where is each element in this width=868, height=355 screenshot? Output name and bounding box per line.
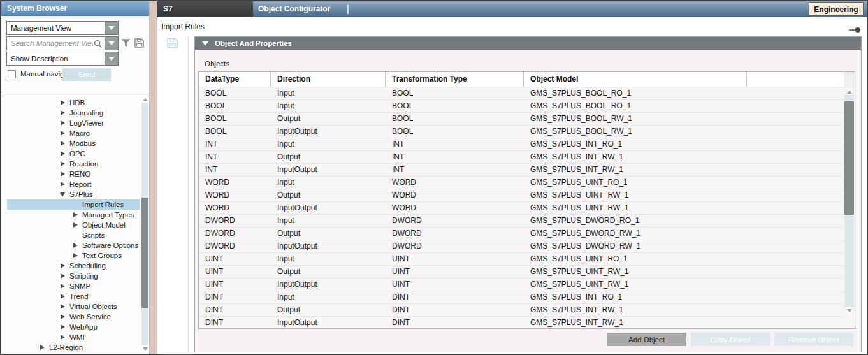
add-object-button[interactable]: Add Object <box>607 333 686 346</box>
scroll-down-icon[interactable] <box>141 345 148 352</box>
table-scrollbar-thumb[interactable] <box>844 101 854 215</box>
collapsed-icon[interactable] <box>72 252 80 259</box>
view-selector-dropdown[interactable]: Management View <box>6 21 119 35</box>
table-row[interactable]: DINTInputOutputDINTGMS_S7PLUS_INT_RW_1 <box>199 317 844 328</box>
tab-s7[interactable]: S7 <box>157 1 253 17</box>
collapsed-icon[interactable] <box>59 313 67 321</box>
table-row[interactable]: WORDInputOutputWORDGMS_S7PLUS_UINT_RW_1 <box>199 202 844 215</box>
table-scrollbar-track[interactable] <box>844 95 854 307</box>
table-row[interactable]: BOOLInputBOOLGMS_S7PLUS_BOOL_RO_1 <box>199 87 844 100</box>
search-box[interactable] <box>6 36 119 50</box>
save-icon[interactable] <box>166 37 178 49</box>
collapsed-icon[interactable] <box>59 150 67 157</box>
tree-item-trend[interactable]: Trend <box>7 291 140 301</box>
tree-item-text-groups[interactable]: Text Groups <box>7 250 140 261</box>
table-row[interactable]: DINTInputDINTGMS_S7PLUS_INT_RO_1 <box>199 291 844 304</box>
collapsed-icon[interactable] <box>59 180 67 188</box>
table-row[interactable]: UINTInputOutputUINTGMS_S7PLUS_UINT_RW_1 <box>199 279 844 291</box>
table-row[interactable]: INTInputINTGMS_S7PLUS_INT_RO_1 <box>199 138 844 151</box>
send-button[interactable]: Send <box>62 68 111 81</box>
collapsed-icon[interactable] <box>59 293 67 300</box>
tree-item-scripts[interactable]: Scripts <box>7 230 140 240</box>
table-row[interactable]: INTInputOutputINTGMS_S7PLUS_INT_RW_1 <box>199 164 844 177</box>
tree-item-logviewer[interactable]: LogViewer <box>7 118 140 128</box>
table-scrollbar[interactable] <box>844 89 854 314</box>
collapse-group-icon[interactable] <box>202 41 208 46</box>
manual-navigation-checkbox[interactable] <box>8 70 16 78</box>
scroll-down-icon[interactable] <box>844 307 854 314</box>
collapsed-icon[interactable] <box>39 344 47 351</box>
scroll-up-icon[interactable] <box>141 96 148 103</box>
collapsed-icon[interactable] <box>72 211 80 219</box>
table-row[interactable]: UINTOutputUINTGMS_S7PLUS_UINT_RW_1 <box>199 266 844 279</box>
engineering-mode-button[interactable]: Engineering <box>809 2 864 16</box>
collapsed-icon[interactable] <box>59 129 67 137</box>
tree-item-macro[interactable]: Macro <box>7 128 140 138</box>
table-row[interactable]: DINTOutputDINTGMS_S7PLUS_INT_RW_1 <box>199 304 844 317</box>
table-row[interactable]: INTOutputINTGMS_S7PLUS_INT_RW_1 <box>199 151 844 164</box>
expanded-icon[interactable] <box>59 191 67 198</box>
collapsed-icon[interactable] <box>72 221 80 229</box>
table-row[interactable]: BOOLOutputBOOLGMS_S7PLUS_BOOL_RW_1 <box>199 113 844 126</box>
collapsed-icon[interactable] <box>59 160 67 168</box>
table-row[interactable]: DWORDOutputDWORDGMS_S7PLUS_DWORD_RW_1 <box>199 228 844 240</box>
column-header-datatype[interactable]: DataType <box>199 72 271 87</box>
table-row[interactable]: BOOLInputBOOLGMS_S7PLUS_BOOL_RO_1 <box>199 100 844 113</box>
tree-item-scripting[interactable]: Scripting <box>7 271 140 281</box>
table-row[interactable]: BOOLInputOutputBOOLGMS_S7PLUS_BOOL_RW_1 <box>199 126 844 138</box>
tree-item-reaction[interactable]: Reaction <box>7 159 140 169</box>
table-row[interactable]: UINTInputUINTGMS_S7PLUS_UINT_RO_1 <box>199 253 844 266</box>
table-row[interactable]: DWORDInputOutputDWORDGMS_S7PLUS_DWORD_RW… <box>199 240 844 253</box>
collapsed-icon[interactable] <box>59 170 67 178</box>
chevron-down-icon[interactable] <box>105 52 118 65</box>
pin-icon[interactable] <box>849 27 861 33</box>
tree-item-scheduling[interactable]: Scheduling <box>7 261 140 271</box>
collapsed-icon[interactable] <box>59 282 67 290</box>
save-search-icon[interactable] <box>134 38 145 48</box>
tree-item-opc[interactable]: OPC <box>7 149 140 159</box>
tree-item-journaling[interactable]: Journaling <box>7 108 140 118</box>
collapsed-icon[interactable] <box>59 140 67 147</box>
tree-item-object-model[interactable]: Object Model <box>7 220 140 230</box>
tree-item-managed-types[interactable]: Managed Types <box>7 210 140 220</box>
column-header-object-model[interactable]: Object Model <box>524 72 747 87</box>
tree-item-l2-region[interactable]: L2-Region <box>7 342 140 352</box>
remove-object-button[interactable]: Remove Object <box>774 333 853 346</box>
tab-object-configurator[interactable]: Object Configurator <box>258 1 330 17</box>
column-header-direction[interactable]: Direction <box>271 72 386 87</box>
tree-item-report[interactable]: Report <box>7 179 140 189</box>
tree-scrollbar-track[interactable] <box>141 103 148 345</box>
tree-item-s7plus[interactable]: S7Plus <box>7 189 140 199</box>
collapsed-icon[interactable] <box>59 109 67 117</box>
tree-item-software-options[interactable]: Software Options <box>7 240 140 250</box>
tree-item-virtual-objects[interactable]: Virtual Objects <box>7 301 140 312</box>
collapsed-icon[interactable] <box>59 303 67 310</box>
copy-object-button[interactable]: Copy Object <box>691 333 770 346</box>
display-mode-dropdown[interactable]: Show Description <box>6 52 119 66</box>
table-row[interactable]: WORDInputWORDGMS_S7PLUS_UINT_RO_1 <box>199 177 844 189</box>
table-row[interactable]: DWORDInputDWORDGMS_S7PLUS_DWORD_RO_1 <box>199 215 844 228</box>
tree-scrollbar[interactable] <box>141 96 148 352</box>
collapsed-icon[interactable] <box>59 262 67 270</box>
tree-item-webapp[interactable]: WebApp <box>7 322 140 332</box>
group-header[interactable]: Object And Properties <box>195 37 861 50</box>
collapsed-icon[interactable] <box>72 242 80 249</box>
collapsed-icon[interactable] <box>59 99 67 106</box>
collapsed-icon[interactable] <box>59 323 67 331</box>
tree-scrollbar-thumb[interactable] <box>141 198 148 308</box>
chevron-down-icon[interactable] <box>105 37 118 50</box>
tree-item-reno[interactable]: RENO <box>7 169 140 179</box>
tree-item-web-service[interactable]: Web Service <box>7 312 140 322</box>
chevron-down-icon[interactable] <box>105 22 118 34</box>
tree-item-modbus[interactable]: Modbus <box>7 138 140 149</box>
search-input[interactable] <box>7 37 105 50</box>
tree-item-import-rules[interactable]: Import Rules <box>7 199 140 210</box>
filter-icon[interactable] <box>120 38 131 48</box>
collapsed-icon[interactable] <box>59 333 67 341</box>
panel-splitter[interactable] <box>149 1 157 354</box>
tree-item-hdb[interactable]: HDB <box>7 98 140 108</box>
column-header-transformation-type[interactable]: Transformation Type <box>386 72 524 87</box>
tree-item-snmp[interactable]: SNMP <box>7 281 140 291</box>
table-row[interactable]: WORDOutputWORDGMS_S7PLUS_UINT_RW_1 <box>199 189 844 202</box>
scroll-up-icon[interactable] <box>844 89 854 95</box>
